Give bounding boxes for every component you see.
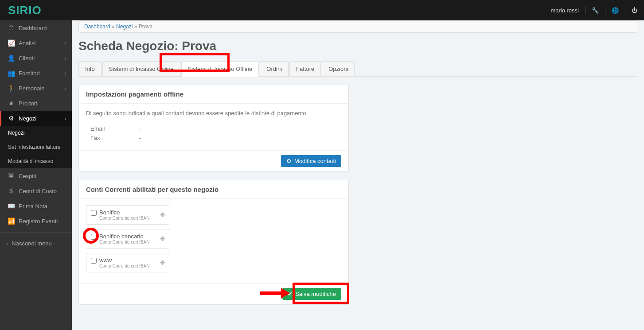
sidebar-item-cespiti[interactable]: Cespiti [0,168,72,183]
users-icon [6,70,16,77]
person-icon [6,85,16,92]
topbar-divider [625,6,625,14]
sidebar-item-label: Analisi [19,40,35,47]
sidebar-item-negozi[interactable]: Negozi [0,111,72,126]
sidebar-item-fornitori[interactable]: Fornitori [0,66,72,81]
tab-fatture[interactable]: Fatture [289,61,321,76]
fax-label: Fax [86,135,139,141]
sidebar-item-primanota[interactable]: Prima Nota [0,198,72,214]
sidebar-item-label: Personale [19,85,45,92]
tab-opzioni[interactable]: Opzioni [322,61,355,76]
tab-label: Sistemi di Incasso Offline [188,66,253,72]
sidebar-item-dashboard[interactable]: Dashboard [0,20,72,35]
move-icon[interactable]: ✥ [160,235,165,242]
panel-title: Impostazioni pagamenti offline [79,85,348,104]
sidebar-item-label: Prodotti [19,100,39,107]
account-subtitle: Conto Corrente con IBAN [99,240,149,245]
account-title: Bonifico [99,209,149,216]
main-content: Dashboard » Negozi » Prova Scheda Negozi… [72,20,644,330]
rss-icon [6,217,16,225]
sidebar-item-cdc[interactable]: Centri di Costo [0,183,72,198]
gear-icon [286,158,292,164]
bank-icon [6,172,16,179]
breadcrumb-negozi[interactable]: Negozi [116,23,133,30]
button-label: Salva modifiche [295,291,336,297]
sidebar-item-analisi[interactable]: Analisi [0,35,72,50]
sidebar-sub-intestazioni[interactable]: Set intestazioni fatture [0,140,72,154]
sidebar-item-label: Negozi [19,115,36,122]
account-www[interactable]: www Conto Corrente con IBAN ✥ [86,253,169,272]
topbar: SIRIO mario.rossi [0,0,644,20]
sidebar-item-label: Centri di Costo [19,188,57,194]
sidebar-item-registro[interactable]: Registro Eventi [0,214,72,229]
check-icon [288,291,293,297]
tab-incasso-online[interactable]: Sistemi di Incasso Online [102,61,180,76]
panel-conti-correnti: Conti Correnti abilitati per questo nego… [78,180,349,305]
topbar-username[interactable]: mario.rossi [550,7,579,14]
account-checkbox[interactable] [91,234,97,240]
topbar-divider [585,6,585,14]
modifica-contatti-button[interactable]: Modifica contatti [281,155,341,167]
move-icon[interactable]: ✥ [160,211,165,218]
fax-value: - [139,135,341,141]
tab-info[interactable]: Info [78,61,101,76]
account-bonifico-bancario[interactable]: Bonifico bancario Conto Corrente con IBA… [86,229,169,248]
sidebar-hide-label: Nascondi menu [12,240,51,247]
button-label: Modifica contatti [294,158,336,164]
tab-label: Ordini [266,66,282,72]
sidebar-sub-negozi[interactable]: Negozi [0,126,72,140]
breadcrumb: Dashboard » Negozi » Prova [78,20,637,33]
breadcrumb-current: Prova [139,23,152,30]
breadcrumb-dashboard[interactable]: Dashboard [84,23,110,30]
logo[interactable]: SIRIO [0,0,72,20]
sidebar-item-label: Prima Nota [19,203,47,210]
account-checkbox[interactable] [91,258,97,264]
logo-text: SIRIO [8,4,42,17]
sidebar-item-label: Fornitori [19,70,40,77]
sidebar-item-clienti[interactable]: Clienti [0,50,72,66]
sidebar-sub-label: Modalità di incasso [8,158,53,164]
gear-icon [6,115,16,122]
topbar-right: mario.rossi [550,6,637,14]
dashboard-icon [6,24,16,31]
user-icon [6,54,16,62]
sidebar-item-label: Registro Eventi [19,218,58,225]
tabs: Info Sistemi di Incasso Online Sistemi d… [78,61,637,77]
tab-ordini[interactable]: Ordini [260,61,289,76]
page-title: Scheda Negozio: Prova [78,39,637,53]
power-icon[interactable] [632,7,637,14]
move-icon[interactable]: ✥ [160,259,165,266]
sidebar-submenu: Negozi Set intestazioni fatture Modalità… [0,126,72,168]
tab-label: Opzioni [328,66,348,72]
sidebar-hide-menu[interactable]: Nascondi menu [0,236,72,251]
sidebar-item-label: Dashboard [19,25,47,31]
sidebar: Dashboard Analisi Clienti Fornitori Pers… [0,20,72,330]
salva-modifiche-button[interactable]: Salva modifiche [282,288,341,300]
sidebar-item-label: Cespiti [19,173,36,179]
sidebar-sub-incasso[interactable]: Modalità di incasso [0,154,72,168]
tab-label: Info [85,66,95,72]
account-subtitle: Conto Corrente con IBAN [99,216,149,221]
sidebar-item-personale[interactable]: Personale [0,81,72,96]
account-title: www [99,257,149,264]
account-checkbox[interactable] [91,210,97,216]
email-value: - [139,125,341,132]
wrench-icon[interactable] [592,7,599,14]
book-icon [6,202,16,210]
globe-icon[interactable] [612,7,619,14]
tab-label: Sistemi di Incasso Online [109,66,174,72]
tab-incasso-offline[interactable]: Sistemi di Incasso Offline [181,61,259,77]
topbar-divider [605,6,605,14]
sidebar-sub-label: Set intestazioni fatture [8,144,61,150]
email-label: Email [86,125,139,132]
sidebar-item-prodotti[interactable]: Prodotti [0,96,72,111]
panel-offline-settings: Impostazioni pagamenti offline Di seguit… [78,85,349,172]
tab-label: Fatture [296,66,314,72]
account-subtitle: Conto Corrente con IBAN [99,264,149,268]
star-icon [6,100,16,107]
dollar-icon [6,187,16,194]
account-bonifico[interactable]: Bonifico Conto Corrente con IBAN ✥ [86,205,169,225]
panel-intro: Di seguito sono indicati a quali contatt… [86,110,341,116]
sidebar-separator [0,232,72,233]
chart-icon [6,39,16,47]
